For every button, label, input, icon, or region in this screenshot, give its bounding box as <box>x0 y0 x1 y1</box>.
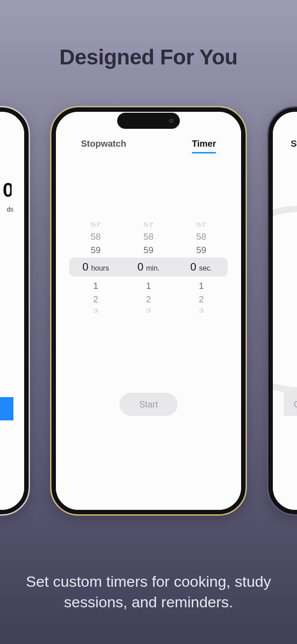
picker-value: 59 <box>175 243 228 257</box>
tab-fragment[interactable]: St <box>291 139 297 149</box>
picker-value: 59 <box>122 243 175 257</box>
timer-screen: Stopwatch Timer 57 58 59 0hours 1 2 3 <box>56 112 241 510</box>
picker-value: 3 <box>122 307 175 315</box>
phone-notch <box>117 113 180 129</box>
countdown-ring <box>273 206 297 394</box>
picker-value: 3 <box>69 307 122 315</box>
picker-selected: 0min. <box>122 258 175 276</box>
stopwatch-value-fragment: 0 <box>3 179 12 201</box>
picker-value: 58 <box>175 230 228 243</box>
phone-right-screen: St C <box>273 112 297 510</box>
picker-value: 57 <box>69 221 122 229</box>
tab-stopwatch[interactable]: Stopwatch <box>81 139 126 153</box>
picker-value: 57 <box>175 221 228 229</box>
picker-selected: 0hours <box>69 258 122 276</box>
picker-value: 3 <box>175 307 228 315</box>
picker-selected: 0sec. <box>175 258 228 276</box>
screen-tabs: Stopwatch Timer <box>56 139 241 153</box>
stopwatch-unit-fragment: ds <box>7 206 13 213</box>
cancel-button-fragment[interactable]: C <box>284 393 297 416</box>
tab-timer[interactable]: Timer <box>192 139 216 153</box>
picker-minutes-column[interactable]: 57 58 59 0min. 1 2 3 <box>122 219 175 313</box>
phone-left-screen: 0 ds <box>0 112 24 510</box>
picker-value: 57 <box>122 221 175 229</box>
caption: Set custom timers for cooking, study ses… <box>13 572 284 613</box>
picker-hours-column[interactable]: 57 58 59 0hours 1 2 3 <box>69 219 122 313</box>
camera-icon <box>169 119 174 123</box>
start-button[interactable]: Start <box>119 393 178 416</box>
start-button-fragment[interactable] <box>0 397 13 420</box>
phone-left: 0 ds <box>0 107 29 514</box>
phone-carousel: 0 ds Stopwatch Timer 57 58 59 <box>0 107 297 519</box>
app-store-screenshot: Designed For You 0 ds Stopwatch Timer <box>0 0 297 644</box>
phone-right: St C <box>268 107 297 514</box>
picker-value: 59 <box>69 243 122 257</box>
picker-value: 2 <box>175 292 228 306</box>
picker-value: 58 <box>69 230 122 243</box>
picker-value: 1 <box>122 279 175 292</box>
headline: Designed For You <box>0 45 297 69</box>
picker-value: 1 <box>69 279 122 292</box>
picker-value: 1 <box>175 279 228 292</box>
phone-center: Stopwatch Timer 57 58 59 0hours 1 2 3 <box>51 107 246 514</box>
picker-seconds-column[interactable]: 57 58 59 0sec. 1 2 3 <box>175 219 228 313</box>
picker-value: 2 <box>69 292 122 306</box>
picker-value: 58 <box>122 230 175 243</box>
time-picker[interactable]: 57 58 59 0hours 1 2 3 57 58 59 0min. 1 <box>69 219 228 313</box>
picker-value: 2 <box>122 292 175 306</box>
